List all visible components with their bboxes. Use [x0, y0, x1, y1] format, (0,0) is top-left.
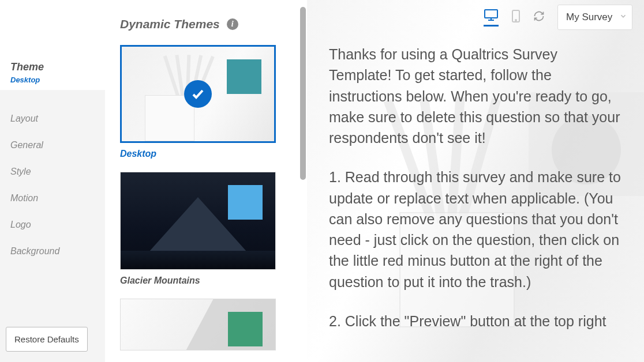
panel-header: Dynamic Themes i [120, 17, 283, 31]
sidebar-item-logo[interactable]: Logo [0, 212, 105, 238]
sidebar-items: Layout General Style Motion Logo Backgro… [0, 90, 105, 265]
restore-defaults-button[interactable]: Restore Defaults [6, 327, 88, 352]
theme-swatch [227, 59, 261, 94]
sidebar-logo-area [0, 0, 105, 53]
check-icon [184, 80, 212, 108]
theme-thumbnail [120, 299, 276, 350]
theme-swatch [228, 312, 263, 346]
survey-select[interactable]: My Survey [557, 5, 632, 30]
sidebar-item-motion[interactable]: Motion [0, 185, 105, 212]
preview-content: Thanks for using a Qualtrics Survey Temp… [329, 44, 623, 350]
sidebar-active-theme: Desktop [10, 76, 95, 84]
theme-card-desktop[interactable]: Desktop [120, 45, 283, 159]
preview-pane: My Survey Thanks for using a Qualtrics S… [307, 0, 644, 362]
preview-toolbar: My Survey [484, 5, 632, 30]
svg-rect-0 [485, 10, 497, 18]
sidebar-item-general[interactable]: General [0, 132, 105, 159]
theme-panel: Dynamic Themes i Desktop Glacier Mountai… [105, 0, 298, 362]
theme-card-third[interactable] [120, 299, 283, 350]
preview-paragraph: Thanks for using a Qualtrics Survey Temp… [329, 44, 623, 148]
theme-thumbnail [120, 45, 276, 143]
sidebar-item-style[interactable]: Style [0, 159, 105, 185]
panel-title: Dynamic Themes [120, 17, 220, 31]
theme-label: Desktop [120, 149, 283, 159]
theme-swatch [228, 185, 263, 220]
refresh-icon[interactable] [533, 10, 545, 24]
sidebar: Theme Desktop Layout General Style Motio… [0, 0, 105, 362]
sidebar-item-background[interactable]: Background [0, 238, 105, 265]
panel-scrollbar[interactable] [298, 0, 307, 362]
theme-thumbnail [120, 172, 276, 270]
mobile-device-icon[interactable] [511, 9, 521, 25]
desktop-device-icon[interactable] [484, 9, 499, 27]
preview-paragraph: 2. Click the "Preview" button at the top… [329, 311, 623, 331]
theme-label: Glacier Mountains [120, 276, 283, 286]
info-icon[interactable]: i [227, 18, 238, 30]
theme-card-glacier[interactable]: Glacier Mountains [120, 172, 283, 286]
svg-point-4 [515, 20, 516, 21]
preview-paragraph: 1. Read through this survey and make sur… [329, 167, 623, 292]
sidebar-item-layout[interactable]: Layout [0, 105, 105, 132]
sidebar-header: Theme Desktop [0, 53, 105, 90]
chevron-down-icon [619, 12, 627, 23]
survey-select-label: My Survey [566, 12, 612, 23]
sidebar-title: Theme [10, 61, 95, 73]
